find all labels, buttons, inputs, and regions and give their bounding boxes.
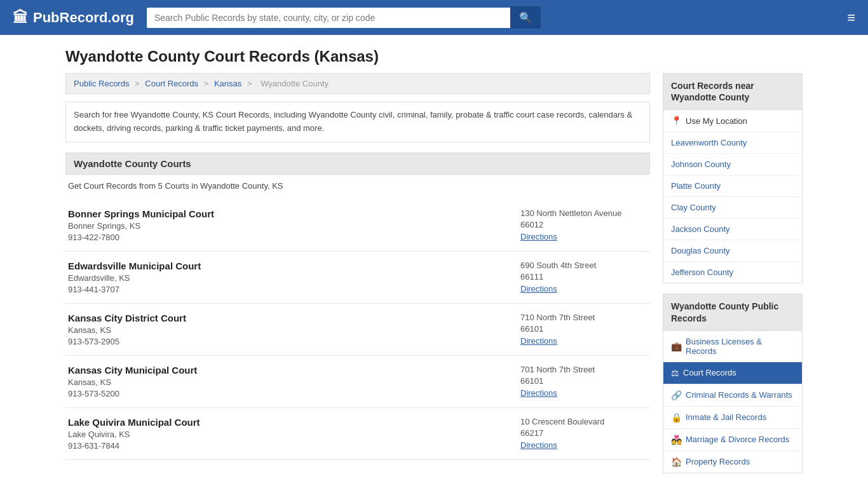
court-entry: Kansas City District Court Kansas, KS 91… [65,304,650,356]
court-city: Kansas, KS [68,325,186,335]
court-entry: Bonner Springs Municipal Court Bonner Sp… [65,200,650,252]
directions-link[interactable]: Directions [520,388,557,398]
use-location-label: Use My Location [686,116,747,126]
county-label: Douglas County [671,246,730,255]
court-zip: 66111 [520,272,648,281]
public-records-links: 💼 Business Licenses & Records ⚖ Court Re… [663,331,803,473]
breadcrumb-kansas[interactable]: Kansas [214,79,241,88]
public-record-item[interactable]: ⚖ Court Records [663,362,802,384]
court-phone: 913-573-2905 [68,337,186,346]
search-input[interactable] [147,8,510,28]
record-label: Court Records [683,368,736,377]
record-icon: 🔗 [671,390,682,400]
court-left-1: Edwardsville Municipal Court Edwardsvill… [68,261,201,294]
logo[interactable]: 🏛 PubRecord.org [13,9,134,27]
court-city: Edwardsville, KS [68,273,201,283]
court-right-0: 130 North Nettleton Avenue 66012 Directi… [520,208,648,242]
location-icon: 📍 [671,116,682,126]
directions-link[interactable]: Directions [520,336,557,346]
nearby-county-item[interactable]: Douglas County [663,240,802,262]
court-name: Lake Quivira Municipal Court [68,417,200,428]
court-phone: 913-573-5200 [68,389,197,398]
court-left-0: Bonner Springs Municipal Court Bonner Sp… [68,208,214,242]
nearby-header: Court Records near Wyandotte County [663,73,803,110]
record-label: Inmate & Jail Records [686,412,766,422]
court-address: 710 North 7th Street [520,313,648,322]
court-address: 701 North 7th Street [520,365,648,374]
court-zip: 66101 [520,324,648,334]
public-record-item[interactable]: 💼 Business Licenses & Records [663,331,802,362]
county-label: Jackson County [671,224,730,234]
court-entry: Kansas City Municipal Court Kansas, KS 9… [65,356,650,408]
public-record-item[interactable]: 💑 Marriage & Divorce Records [663,429,802,451]
main-content: Public Records > Court Records > Kansas … [65,73,650,484]
search-icon: 🔍 [519,12,532,23]
menu-button[interactable]: ≡ [847,10,855,26]
nearby-county-item[interactable]: Jackson County [663,219,802,240]
sidebar: Court Records near Wyandotte County 📍 Us… [663,73,803,484]
court-name: Kansas City Municipal Court [68,365,197,376]
courts-list: Bonner Springs Municipal Court Bonner Sp… [65,200,650,460]
page-title: Wyandotte County Court Records (Kansas) [65,48,803,65]
court-address: 130 North Nettleton Avenue [520,208,648,218]
nearby-county-item[interactable]: Clay County [663,197,802,219]
court-zip: 66101 [520,376,648,386]
courts-section-header: Wyandotte County Courts [65,152,650,175]
breadcrumb-court-records[interactable]: Court Records [145,79,198,88]
court-name: Edwardsville Municipal Court [68,261,201,271]
record-label: Business Licenses & Records [686,337,794,356]
court-address: 690 South 4th Street [520,261,648,270]
nearby-county-item[interactable]: Platte County [663,175,802,197]
directions-link[interactable]: Directions [520,232,557,241]
nearby-counties: Leavenworth CountyJohnson CountyPlatte C… [663,132,802,283]
court-left-4: Lake Quivira Municipal Court Lake Quivir… [68,417,200,451]
search-button[interactable]: 🔍 [510,6,541,29]
court-name: Bonner Springs Municipal Court [68,208,214,219]
court-address: 10 Crescent Boulevard [520,417,648,426]
court-phone: 913-631-7844 [68,441,200,451]
record-label: Marriage & Divorce Records [686,435,789,444]
county-label: Platte County [671,181,721,191]
court-phone: 913-441-3707 [68,285,201,294]
record-icon: 🔒 [671,412,682,423]
directions-link[interactable]: Directions [520,284,557,294]
court-entry: Lake Quivira Municipal Court Lake Quivir… [65,408,650,460]
content-layout: Public Records > Court Records > Kansas … [65,73,803,484]
public-record-item[interactable]: 🔒 Inmate & Jail Records [663,407,802,429]
directions-link[interactable]: Directions [520,440,557,450]
courts-count: Get Court Records from 5 Courts in Wyand… [65,181,650,191]
breadcrumb-public-records[interactable]: Public Records [74,79,129,88]
court-right-2: 710 North 7th Street 66101 Directions [520,313,648,346]
nearby-county-item[interactable]: Johnson County [663,154,802,175]
court-left-3: Kansas City Municipal Court Kansas, KS 9… [68,365,197,398]
court-right-3: 701 North 7th Street 66101 Directions [520,365,648,398]
site-header: 🏛 PubRecord.org 🔍 ≡ [0,0,868,35]
public-record-item[interactable]: 🔗 Criminal Records & Warrants [663,384,802,407]
court-phone: 913-422-7800 [68,233,214,242]
court-city: Lake Quivira, KS [68,430,200,439]
public-record-item[interactable]: 🏠 Property Records [663,451,802,473]
logo-text: PubRecord.org [33,10,134,26]
description: Search for free Wyandotte County, KS Cou… [65,102,650,142]
nearby-links: 📍 Use My Location Leavenworth CountyJohn… [663,110,803,283]
court-left-2: Kansas City District Court Kansas, KS 91… [68,313,186,346]
county-label: Johnson County [671,159,731,169]
page-wrapper: Wyandotte County Court Records (Kansas) … [53,35,815,488]
record-icon: 🏠 [671,457,682,467]
nearby-county-item[interactable]: Leavenworth County [663,132,802,154]
record-icon: 💑 [671,435,682,445]
county-label: Leavenworth County [671,138,747,147]
breadcrumb: Public Records > Court Records > Kansas … [65,73,650,94]
court-right-1: 690 South 4th Street 66111 Directions [520,261,648,294]
court-city: Kansas, KS [68,377,197,387]
nearby-county-item[interactable]: Jefferson County [663,262,802,283]
court-entry: Edwardsville Municipal Court Edwardsvill… [65,252,650,304]
search-bar: 🔍 [147,6,541,29]
court-city: Bonner Springs, KS [68,221,214,231]
court-zip: 66012 [520,220,648,229]
court-name: Kansas City District Court [68,313,186,323]
public-records-header: Wyandotte County Public Records [663,294,803,330]
use-location-item[interactable]: 📍 Use My Location [663,110,802,132]
record-icon: 💼 [671,341,682,351]
record-label: Property Records [686,457,750,466]
